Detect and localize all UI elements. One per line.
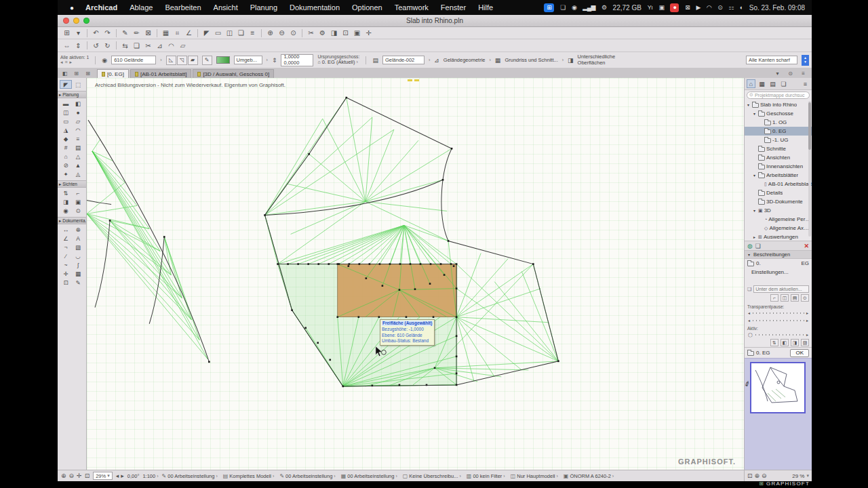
sb-next-icon[interactable]: ▸ (121, 472, 124, 479)
tree-item-schnitte[interactable]: Schnitte (745, 144, 812, 153)
marquee-tool[interactable]: ⬚ (72, 80, 84, 89)
search-input[interactable]: ⊙ Projektmappe durchsuc (747, 92, 810, 99)
paint-reference-icon[interactable]: ▨ (801, 339, 809, 346)
delete-icon[interactable]: ✕ (804, 243, 809, 249)
railing-tool[interactable]: # (60, 143, 72, 152)
hotspot-tool[interactable]: ✛ (60, 269, 72, 278)
menu-item-bearbeiten[interactable]: Bearbeiten (159, 3, 207, 12)
menu-item-ablage[interactable]: Ablage (123, 3, 159, 12)
nav-zoom-in-icon[interactable]: ⊕ (755, 472, 760, 479)
menu-item-fenster[interactable]: Fenster (435, 3, 472, 12)
play-icon[interactable]: ▶ (696, 4, 700, 11)
rotate-ccw-icon[interactable]: ↺ (91, 42, 101, 49)
ok-button[interactable]: OK (790, 349, 809, 357)
layer-visibility-icon[interactable]: ◉ (102, 57, 107, 64)
tab--0-eg-[interactable]: [0. EG] (97, 69, 129, 78)
angle-dimension-tool[interactable]: ∠ (60, 234, 72, 243)
sb-zoom-out-icon[interactable]: ⊖ (69, 472, 75, 479)
tree-item-3d[interactable]: ▾▣3D (745, 206, 812, 215)
level-dimension-tool[interactable]: ⊕ (72, 225, 84, 234)
display-icon[interactable]: ▣ (658, 4, 664, 11)
elevation-tool[interactable]: ⌐ (72, 188, 84, 197)
elevation-fields[interactable]: 1,0000 0,0000 (281, 54, 313, 66)
caret-icon[interactable]: ▾ (752, 173, 757, 178)
caret-icon[interactable]: ▾ (752, 111, 757, 116)
element-id-field[interactable]: Gelände-002 (382, 56, 425, 64)
graphic-override-status[interactable]: ▢Keine Überschreibu...› (403, 473, 461, 479)
label-tool[interactable]: ¬ (60, 243, 72, 251)
tree-item-allgemeine-axonom[interactable]: ◇Allgemeine Axonom (745, 224, 812, 232)
next-selection-icon[interactable]: ▸ (70, 60, 73, 65)
window-tool[interactable]: ◫ (60, 108, 72, 117)
toolbox-section-sichten[interactable]: ▸Sichten (58, 180, 86, 188)
dimension-standard-status[interactable]: ▣ÖNORM A 6240-2› (564, 473, 614, 479)
sb-prev-icon[interactable]: ◂ (116, 472, 119, 479)
mesh-flat-icon[interactable]: ◺ (166, 56, 176, 65)
trace-reference-header[interactable]: ▾ Beschreibungen (745, 251, 812, 259)
swap-reference-icon[interactable]: ⇅ (770, 339, 778, 346)
slider-track[interactable] (754, 333, 805, 336)
delete-icon[interactable]: ⊠ (143, 29, 153, 37)
list-icon[interactable]: ≡ (65, 60, 68, 65)
nav-zoom-out-icon[interactable]: ⊖ (762, 472, 767, 479)
settings-icon[interactable]: ⚙ (317, 29, 328, 37)
tree-scrollbar[interactable] (808, 101, 811, 237)
section-tool[interactable]: ⇅ (60, 188, 72, 197)
favorites-icon[interactable]: ⊞ (62, 29, 72, 37)
slider-track[interactable] (751, 312, 805, 314)
tree-item-ab-01-arbeitsblatt[interactable]: ▯AB-01 Arbeitsblatt (745, 180, 812, 188)
reference-combo[interactable]: Unter dem aktuellen... (753, 285, 809, 293)
layer-combination-status[interactable]: ▦00 Arbeitseinstellung› (341, 473, 397, 479)
swap-icon[interactable]: ⇆ (120, 42, 130, 49)
ramp-tool[interactable]: ◬ (72, 169, 84, 178)
sb-pan-icon[interactable]: ✛ (77, 472, 82, 479)
record-badge-icon[interactable]: ● (670, 3, 679, 12)
model-view-status[interactable]: ◫Nur Hauptmodell› (511, 473, 558, 479)
tab-overflow-icon[interactable]: ▾ (772, 70, 783, 77)
mesh-tool[interactable]: △ (72, 152, 84, 161)
layout-book-icon[interactable]: ▤ (768, 79, 777, 88)
move-icon[interactable]: ⇔ (62, 42, 72, 49)
tree-item--1-ug[interactable]: -1. UG (745, 136, 812, 144)
zone-tool[interactable]: ⌂ (60, 152, 72, 161)
multiply-icon[interactable]: ❏ (132, 42, 142, 49)
beam-tool[interactable]: ▭ (60, 117, 72, 125)
input-source-icon[interactable]: Yı (648, 4, 653, 11)
drawing-icon[interactable]: ⊡ (340, 29, 351, 37)
splitter-icon[interactable]: ◧ (781, 339, 789, 346)
menu-item-dokumentation[interactable]: Dokumentation (283, 3, 346, 12)
surfaces-option[interactable]: Unterschiedliche Oberflächen (578, 54, 615, 66)
drawing-tool[interactable]: ⊡ (60, 278, 72, 287)
find-icon[interactable]: ⊙ (288, 29, 298, 37)
box-icon[interactable]: ▭ (213, 29, 223, 37)
tree-scrollbar-thumb[interactable] (808, 102, 811, 150)
active-slider[interactable]: ◯ ▸ (745, 331, 812, 338)
shell-tool[interactable]: ◠ (72, 125, 84, 134)
compare-icon[interactable]: ◨ (791, 339, 799, 346)
render-icon[interactable]: ▣ (352, 29, 362, 37)
clone-folder-icon[interactable]: ❏ (755, 243, 761, 249)
properties-icon[interactable]: ◍ (747, 243, 753, 249)
menu-item-hilfe[interactable]: Hilfe (472, 3, 499, 12)
slider-right-icon[interactable]: ▸ (806, 318, 808, 323)
pen-set-icon[interactable]: ✎ (120, 29, 130, 37)
zoom-in-icon[interactable]: ⊕ (265, 29, 275, 37)
redo-icon[interactable]: ↷ (102, 29, 113, 37)
tab--ab-01-arbeitsblatt-[interactable]: [AB-01 Arbeitsblatt] (130, 69, 191, 78)
undo-icon[interactable]: ↶ (91, 29, 101, 37)
mesh-solid-icon[interactable]: ▰ (188, 56, 198, 65)
tree-item-3d-dokumente[interactable]: 3D-Dokumente (745, 197, 812, 206)
fill-toggle-icon[interactable]: ◫ (781, 294, 789, 302)
mesh-slope-icon[interactable]: ◹ (177, 56, 187, 65)
camera-tool[interactable]: ◉ (60, 206, 72, 215)
slider-track[interactable] (751, 319, 805, 322)
menu-item-planung[interactable]: Planung (244, 3, 283, 12)
stair-tool[interactable]: ≡ (72, 134, 84, 143)
lines-toggle-icon[interactable]: ▤ (791, 294, 799, 302)
tree-item-innenansichten[interactable]: Innenansichten (745, 162, 812, 171)
caret-icon[interactable]: ▸ (752, 235, 757, 239)
app-badge-icon[interactable]: ⊞ (544, 3, 554, 12)
split-icon[interactable]: ✂ (143, 42, 153, 49)
activity-icon[interactable]: ▂▄▆ (583, 4, 595, 11)
slider-right-icon[interactable]: ▸ (806, 332, 808, 337)
